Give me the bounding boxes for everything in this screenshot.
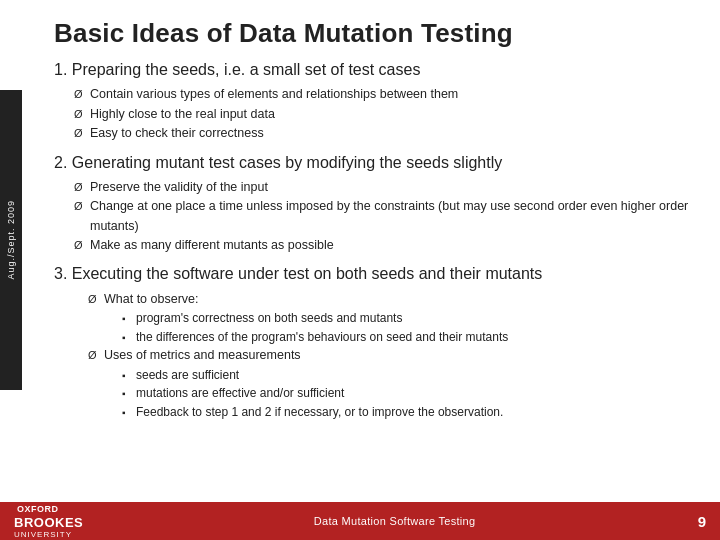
logo-area: OXFORD BROOKES UNIVERSITY [14,503,93,539]
university-label: UNIVERSITY [14,530,83,539]
brookes-label: BROOKES [14,515,83,530]
what-to-observe-item: What to observe: program's correctness o… [90,290,692,347]
oxford-label: OXFORD [14,503,83,515]
footer-center-text: Data Mutation Software Testing [107,515,682,527]
section3-heading: 3. Executing the software under test on … [54,263,692,285]
uses-metrics-item: Uses of metrics and measurements seeds a… [90,346,692,421]
slide-title: Basic Ideas of Data Mutation Testing [54,18,692,49]
metrics-sub-bullets: seeds are sufficient mutations are effec… [104,366,692,422]
side-label: Aug./Sept. 2009 [0,90,22,390]
brookes-logo: OXFORD BROOKES UNIVERSITY [14,503,83,539]
slide: Aug./Sept. 2009 Basic Ideas of Data Muta… [0,0,720,540]
footer-bar: OXFORD BROOKES UNIVERSITY Data Mutation … [0,502,720,540]
list-item: Easy to check their correctness [76,124,692,143]
list-item: the differences of the program's behavio… [122,328,692,347]
list-item: seeds are sufficient [122,366,692,385]
side-label-text: Aug./Sept. 2009 [6,200,16,280]
section1-bullets: Contain various types of elements and re… [54,85,692,143]
list-item: program's correctness on both seeds and … [122,309,692,328]
section2-bullets: Preserve the validity of the input Chang… [54,178,692,256]
list-item: Contain various types of elements and re… [76,85,692,104]
list-item: Make as many different mutants as possib… [76,236,692,255]
page-number: 9 [682,513,706,530]
section2-heading: 2. Generating mutant test cases by modif… [54,152,692,174]
list-item: Highly close to the real input data [76,105,692,124]
list-item: Preserve the validity of the input [76,178,692,197]
section3-what-observe: What to observe: program's correctness o… [68,290,692,422]
section1-heading: 1. Preparing the seeds, i.e. a small set… [54,59,692,81]
list-item: Feedback to step 1 and 2 if necessary, o… [122,403,692,422]
list-item: mutations are effective and/or sufficien… [122,384,692,403]
observe-sub-bullets: program's correctness on both seeds and … [104,309,692,346]
list-item: Change at one place a time unless impose… [76,197,692,236]
